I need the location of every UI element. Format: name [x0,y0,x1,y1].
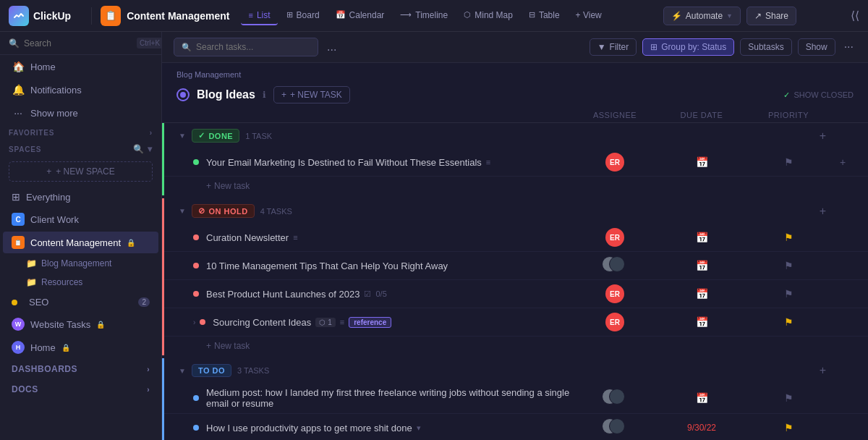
task-due-date-col[interactable]: 📅 [658,232,745,243]
spaces-chevron-icon[interactable]: ▾ [148,144,153,154]
sidebar-collapse-icon[interactable]: ⟨⟨ [851,9,859,22]
notification-icon: 🔔 [12,84,25,96]
logo[interactable]: ClickUp [9,6,71,26]
tab-add-view[interactable]: + View [569,7,609,25]
table-row[interactable]: How I use productivity apps to get more … [164,414,868,440]
on-hold-new-task-label: New task [214,341,250,351]
tab-timeline[interactable]: ⟶ Timeline [393,7,455,25]
group-on-hold: ▼ ⊘ ON HOLD 4 TASKS + Curation Newslette… [162,198,868,355]
tab-calendar[interactable]: 📅 Calendar [328,7,392,25]
to-do-dot-icon [193,395,199,401]
content-management-avatar: 📋 [12,236,25,249]
list-header: Blog Ideas ℹ + + NEW TASK ✓ SHOW CLOSED [162,82,868,108]
automate-button[interactable]: ⚡ Automate ▼ [663,7,741,25]
task-priority-col[interactable]: ⚑ [745,260,832,271]
task-priority-col[interactable]: ⚑ [745,316,832,328]
favorites-chevron-icon[interactable]: › [150,129,153,137]
home2-avatar: H [12,341,25,354]
task-expand-icon[interactable]: › [193,318,195,326]
share-icon: ↗ [754,11,762,21]
task-add-icon[interactable]: + [840,156,846,168]
task-priority-col[interactable]: ⚑ [745,232,832,243]
content-toolbar: 🔍 ... ▼ Filter ⊞ Group by: Status Subtas… [162,32,868,63]
search-spaces-icon[interactable]: 🔍 [133,144,145,154]
table-row[interactable]: Best Product Hunt Launches of 2023 ☑ 0/5… [164,280,868,308]
done-group-add-icon[interactable]: + [820,130,826,143]
task-assignee-col: ER [571,313,658,331]
docs-section[interactable]: DOCS › [3,380,158,399]
group-to-do: ▼ TO DO 3 TASKS + Medium post: how I lan… [162,358,868,440]
show-button[interactable]: Show [798,38,835,56]
table-row[interactable]: Medium post: how I landed my first three… [164,383,868,414]
group-done-header[interactable]: ▼ ✓ DONE 1 TASK + [164,123,868,148]
tab-board[interactable]: ⊞ Board [279,7,327,25]
toolbar-more-icon[interactable]: ··· [841,41,856,54]
client-work-avatar: C [12,213,25,226]
show-closed-button[interactable]: ✓ SHOW CLOSED [783,90,854,100]
dashboards-section[interactable]: DASHBOARDS › [3,360,158,378]
done-badge: ✓ DONE [192,129,239,143]
table-row[interactable]: 10 Time Management Tips That Can Help Yo… [164,252,868,280]
on-hold-badge-icon: ⊘ [198,206,205,216]
board-tab-icon: ⊞ [286,10,293,20]
sidebar-item-show-more[interactable]: ··· Show more [3,102,158,124]
sidebar-item-resources[interactable]: 📁 Resources [3,274,158,291]
view-tabs: ≡ List ⊞ Board 📅 Calendar ⟶ Timeline ⬡ M… [241,7,608,25]
sidebar-item-home2[interactable]: H Home 🔒 [3,337,158,358]
sidebar-search: 🔍 Ctrl+K [0,32,161,55]
priority-flag-icon: ⚑ [784,392,793,404]
task-priority-col[interactable]: ⚑ [745,392,832,404]
task-due-date-col[interactable]: 📅 [658,260,745,271]
done-new-task-row[interactable]: + New task [164,177,868,195]
on-hold-group-add-icon[interactable]: + [820,205,826,218]
sidebar-item-everything[interactable]: ⊞ Everything [3,187,158,207]
sidebar-item-home[interactable]: 🏠 Home [3,56,158,77]
new-space-button[interactable]: + + NEW SPACE [9,161,153,182]
task-priority-col[interactable]: ⚑ [745,422,832,433]
filter-button[interactable]: ▼ Filter [590,38,637,56]
on-hold-dot-icon [193,234,199,240]
tab-mind-map[interactable]: ⬡ Mind Map [456,7,520,25]
website-tasks-avatar: W [12,318,25,331]
group-to-do-header[interactable]: ▼ TO DO 3 TASKS + [164,358,868,383]
subtasks-button[interactable]: Subtasks [740,38,791,56]
to-do-group-add-icon[interactable]: + [820,364,826,377]
resources-folder-icon: 📁 [26,277,37,287]
avatar: ER [605,313,624,331]
on-hold-new-task-row[interactable]: + New task [164,337,868,355]
task-due-date-col[interactable]: 📅 [658,156,745,168]
sidebar-item-notifications[interactable]: 🔔 Notifications [3,79,158,101]
table-row[interactable]: › Sourcing Content Ideas ⬡ 1 ≡ reference… [164,308,868,337]
task-due-date-col[interactable]: 📅 [658,392,745,404]
calendar-icon: 📅 [696,316,708,328]
to-do-chevron-icon: ▼ [179,367,186,375]
task-due-date-col[interactable]: 📅 [658,288,745,300]
sidebar-item-client-work[interactable]: C Client Work [3,208,158,230]
info-icon[interactable]: ℹ [263,90,266,100]
sidebar-item-website-tasks[interactable]: W Website Tasks 🔒 [3,313,158,335]
sidebar-item-content-management[interactable]: 📋 Content Management 🔒 [3,232,158,253]
task-priority-col[interactable]: ⚑ [745,156,832,168]
table-row[interactable]: Your Email Marketing Is Destined to Fail… [164,148,868,177]
task-due-date-col[interactable]: 9/30/22 [658,423,745,433]
breadcrumb-link[interactable]: Blog Management [176,70,241,79]
share-button[interactable]: ↗ Share [746,7,796,25]
new-task-main-button[interactable]: + + NEW TASK [273,86,350,103]
tab-list[interactable]: ≡ List [241,7,277,25]
subtask-icon: ⬡ [319,318,326,326]
task-name: Best Product Hunt Launches of 2023 ☑ 0/5 [206,289,571,300]
group-by-button[interactable]: ⊞ Group by: Status [642,38,734,56]
task-due-date-col[interactable]: 📅 [658,316,745,328]
search-more-icon[interactable]: ... [324,41,339,54]
table-row[interactable]: Curation Newsletter ≡ ER 📅 ⚑ [164,224,868,252]
task-search-input[interactable] [196,42,297,52]
sidebar-item-blog-management-label: Blog Management [41,258,111,268]
sidebar-item-seo[interactable]: SEO 2 [3,292,158,312]
sidebar-item-blog-management[interactable]: 📁 Blog Management [3,255,158,272]
task-priority-col[interactable]: ⚑ [745,288,832,300]
group-on-hold-header[interactable]: ▼ ⊘ ON HOLD 4 TASKS + [164,198,868,224]
task-menu-icon: ≡ [293,233,297,242]
search-input[interactable] [24,38,132,48]
avatar: ER [605,153,624,172]
tab-table[interactable]: ⊟ Table [522,7,567,25]
